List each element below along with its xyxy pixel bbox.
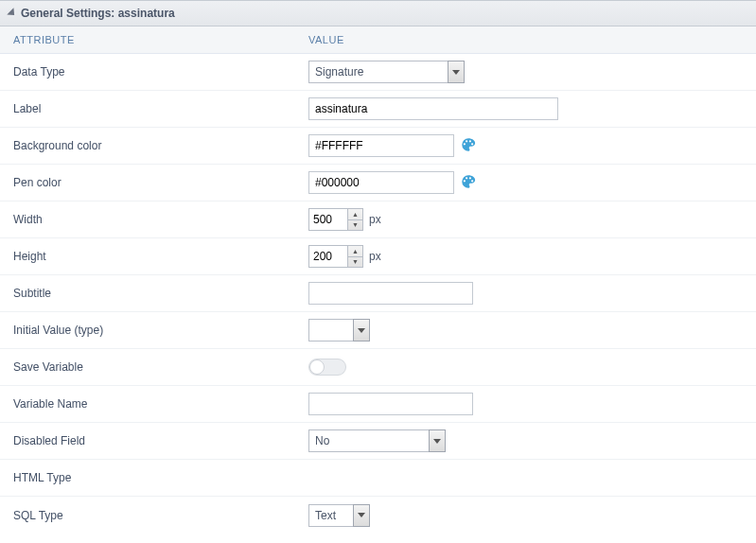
- initial-value-select[interactable]: [308, 319, 370, 342]
- data-type-select[interactable]: Signature: [308, 61, 465, 83]
- label-data-type: Data Type: [0, 65, 303, 79]
- row-disabled-field: Disabled Field No: [0, 423, 756, 460]
- sql-type-select[interactable]: Text: [308, 504, 370, 527]
- stepper-up-icon[interactable]: ▲: [348, 209, 362, 220]
- row-data-type: Data Type Signature: [0, 54, 756, 91]
- stepper-up-icon[interactable]: ▲: [348, 246, 362, 257]
- label-width: Width: [0, 213, 303, 226]
- row-background-color: Background color: [0, 128, 756, 165]
- panel-title: General Settings: assinatura: [21, 7, 175, 20]
- width-unit: px: [369, 213, 381, 226]
- disabled-field-select-value: No: [308, 429, 430, 452]
- chevron-down-icon: [448, 61, 465, 83]
- columns-header: ATTRIBUTE VALUE: [0, 26, 756, 54]
- stepper-down-icon[interactable]: ▼: [348, 220, 362, 231]
- row-pen-color: Pen color: [0, 165, 756, 201]
- chevron-down-icon: [353, 319, 370, 342]
- row-variable-name: Variable Name: [0, 386, 756, 423]
- chevron-down-icon: [353, 504, 370, 527]
- width-stepper[interactable]: ▲ ▼: [308, 208, 363, 231]
- collapse-icon: [7, 8, 17, 18]
- data-type-select-value: Signature: [308, 61, 448, 83]
- chevron-down-icon: [429, 429, 446, 452]
- label-input[interactable]: [308, 97, 558, 120]
- label-subtitle: Subtitle: [0, 287, 303, 300]
- save-variable-toggle[interactable]: [308, 359, 346, 376]
- label-background-color: Background color: [0, 139, 303, 152]
- column-header-attribute: ATTRIBUTE: [0, 34, 303, 45]
- label-height: Height: [0, 250, 303, 263]
- sql-type-select-value: Text: [308, 504, 354, 527]
- disabled-field-select[interactable]: No: [308, 429, 446, 452]
- row-height: Height ▲ ▼ px: [0, 238, 756, 275]
- panel-header[interactable]: General Settings: assinatura: [0, 0, 756, 26]
- row-save-variable: Save Variable: [0, 349, 756, 386]
- toggle-knob: [309, 359, 325, 375]
- stepper-down-icon[interactable]: ▼: [348, 257, 362, 268]
- label-pen-color: Pen color: [0, 176, 303, 189]
- background-color-input[interactable]: [308, 134, 454, 157]
- row-subtitle: Subtitle: [0, 275, 756, 312]
- label-sql-type: SQL Type: [0, 509, 303, 522]
- initial-value-select-value: [308, 319, 354, 342]
- row-html-type: HTML Type: [0, 460, 756, 497]
- label-html-type: HTML Type: [0, 471, 303, 484]
- label-save-variable: Save Variable: [0, 360, 303, 374]
- row-label: Label: [0, 91, 756, 128]
- variable-name-input[interactable]: [308, 393, 473, 415]
- width-input[interactable]: [309, 209, 347, 230]
- column-header-value: VALUE: [303, 34, 756, 45]
- pen-color-input[interactable]: [308, 171, 454, 194]
- row-initial-value: Initial Value (type): [0, 312, 756, 349]
- row-sql-type: SQL Type Text: [0, 497, 756, 534]
- label-variable-name: Variable Name: [0, 397, 303, 411]
- label-label: Label: [0, 102, 303, 115]
- label-initial-value: Initial Value (type): [0, 324, 303, 337]
- palette-icon[interactable]: [460, 173, 477, 193]
- height-unit: px: [369, 250, 381, 263]
- row-width: Width ▲ ▼ px: [0, 201, 756, 238]
- height-input[interactable]: [309, 246, 347, 267]
- label-disabled-field: Disabled Field: [0, 434, 303, 447]
- subtitle-input[interactable]: [308, 282, 473, 305]
- height-stepper[interactable]: ▲ ▼: [308, 245, 363, 268]
- palette-icon[interactable]: [460, 136, 477, 156]
